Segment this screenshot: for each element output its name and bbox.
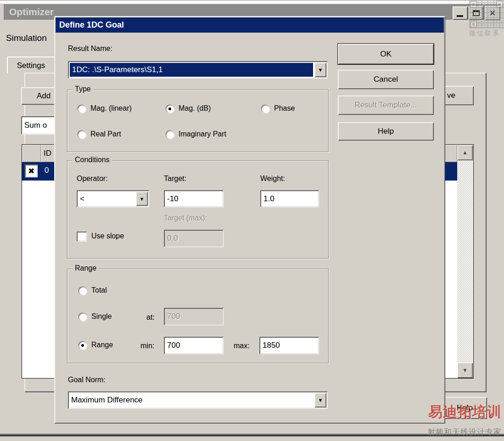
qr-caption: 微信联系 bbox=[469, 29, 504, 38]
goal-norm-combobox[interactable]: Maximum Difference ▼ bbox=[68, 391, 328, 409]
dropdown-arrow-icon: ▼ bbox=[318, 67, 323, 73]
dropdown-arrow-icon: ▼ bbox=[318, 397, 323, 403]
radio-single[interactable] bbox=[78, 313, 87, 321]
table-header-id-label: ID bbox=[41, 149, 51, 158]
define-goal-dialog: Define 1DC Goal Result Name: 1DC: .\S-Pa… bbox=[54, 16, 445, 424]
max-input[interactable]: 1850 bbox=[259, 337, 319, 354]
minimize-button[interactable] bbox=[453, 6, 468, 20]
minimize-icon bbox=[457, 15, 463, 17]
table-scrollbar[interactable]: ▲ ▼ bbox=[457, 145, 473, 378]
operator-label: Operator: bbox=[77, 175, 108, 183]
add-goal-label: Add bbox=[21, 91, 50, 101]
scroll-down-icon: ▼ bbox=[462, 367, 468, 373]
result-template-button: Result Template... bbox=[338, 96, 434, 115]
range-group-label: Range bbox=[73, 264, 99, 272]
goal-norm-value: Maximum Difference bbox=[71, 391, 313, 409]
brand-watermark-line2: 射频和天线设计专家 bbox=[427, 427, 502, 437]
weight-input[interactable]: 1.0 bbox=[260, 190, 319, 207]
radio-total[interactable] bbox=[78, 287, 87, 295]
min-label: min: bbox=[140, 342, 154, 350]
at-label: at: bbox=[146, 313, 155, 322]
result-name-label: Result Name: bbox=[68, 45, 112, 53]
brand-watermark-line1: 易迪拓培训 bbox=[428, 402, 502, 422]
use-slope-label: Use slope bbox=[91, 232, 124, 240]
cancel-button[interactable]: Cancel bbox=[338, 70, 434, 89]
radio-imaginary-part[interactable] bbox=[166, 130, 174, 139]
target-label: Target: bbox=[164, 175, 186, 183]
goal-enabled-checkbox[interactable]: ✖ bbox=[25, 164, 38, 177]
operator-combobox[interactable]: < ▼ bbox=[77, 190, 149, 207]
weight-label: Weight: bbox=[260, 175, 285, 183]
simulation-label[interactable]: Simulation bbox=[6, 33, 47, 43]
radio-single-label: Single bbox=[91, 312, 112, 321]
type-group-label: Type bbox=[73, 85, 93, 93]
radio-mag-db-label: Mag. (dB) bbox=[179, 104, 211, 113]
max-label: max: bbox=[234, 342, 250, 350]
dialog-titlebar: Define 1DC Goal bbox=[56, 17, 444, 33]
dropdown-arrow-icon: ▼ bbox=[140, 196, 145, 202]
conditions-group-label: Conditions bbox=[73, 156, 112, 164]
use-slope-checkbox[interactable] bbox=[77, 232, 87, 242]
target-max-label: Target (max): bbox=[164, 214, 207, 222]
conditions-group: Conditions Operator: Target: Weight: < ▼… bbox=[67, 160, 329, 259]
scrollbar-track[interactable] bbox=[457, 160, 473, 362]
operator-value: < bbox=[80, 190, 134, 207]
qr-code-watermark bbox=[469, 0, 504, 28]
radio-total-label: Total bbox=[91, 286, 107, 294]
radio-phase[interactable] bbox=[261, 105, 269, 113]
radio-imaginary-part-label: Imaginary Part bbox=[179, 130, 226, 138]
radio-real-part[interactable] bbox=[78, 130, 86, 139]
scrollbar-down-button[interactable]: ▼ bbox=[457, 362, 473, 378]
radio-range-label: Range bbox=[91, 341, 113, 349]
result-name-value: 1DC: .\S-Parameters\S1,1 bbox=[70, 63, 313, 77]
result-name-dropdown-button[interactable]: ▼ bbox=[314, 62, 326, 77]
radio-mag-db[interactable] bbox=[166, 105, 174, 113]
radio-mag-linear[interactable] bbox=[78, 105, 86, 113]
goal-norm-label: Goal Norm: bbox=[68, 376, 106, 384]
checkmark-icon: ✖ bbox=[28, 166, 34, 176]
min-input[interactable]: 700 bbox=[164, 337, 224, 354]
optimizer-title: Optimizer bbox=[4, 6, 54, 17]
at-input: 700 bbox=[164, 308, 224, 325]
table-row-id: 0 bbox=[45, 166, 49, 175]
slope-input: 0.0 bbox=[164, 230, 224, 247]
table-header-check[interactable] bbox=[22, 145, 41, 162]
scroll-up-icon: ▲ bbox=[462, 149, 468, 156]
range-group: Range Total Single at: 700 Range min: 70… bbox=[67, 269, 329, 363]
radio-range[interactable] bbox=[78, 341, 87, 350]
radio-real-part-label: Real Part bbox=[90, 130, 121, 138]
radio-mag-linear-label: Mag. (linear) bbox=[90, 104, 132, 113]
scrollbar-up-button[interactable]: ▲ bbox=[457, 145, 473, 160]
result-name-combobox[interactable]: 1DC: .\S-Parameters\S1,1 ▼ bbox=[68, 61, 328, 79]
screen: Optimizer ✕ Simulation Settings Add ve S… bbox=[0, 0, 504, 441]
tab-settings[interactable]: Settings bbox=[7, 57, 55, 74]
goal-norm-dropdown-button[interactable]: ▼ bbox=[314, 393, 326, 407]
target-input[interactable]: -10 bbox=[164, 190, 224, 207]
radio-phase-label: Phase bbox=[274, 104, 295, 113]
type-group: Type Mag. (linear) Mag. (dB) Phase Real … bbox=[67, 90, 329, 152]
operator-dropdown-button[interactable]: ▼ bbox=[136, 192, 148, 206]
ok-button[interactable]: OK bbox=[338, 44, 434, 64]
dialog-help-button[interactable]: Help bbox=[338, 122, 434, 141]
dialog-title: Define 1DC Goal bbox=[56, 20, 124, 30]
top-strip bbox=[0, 0, 504, 4]
